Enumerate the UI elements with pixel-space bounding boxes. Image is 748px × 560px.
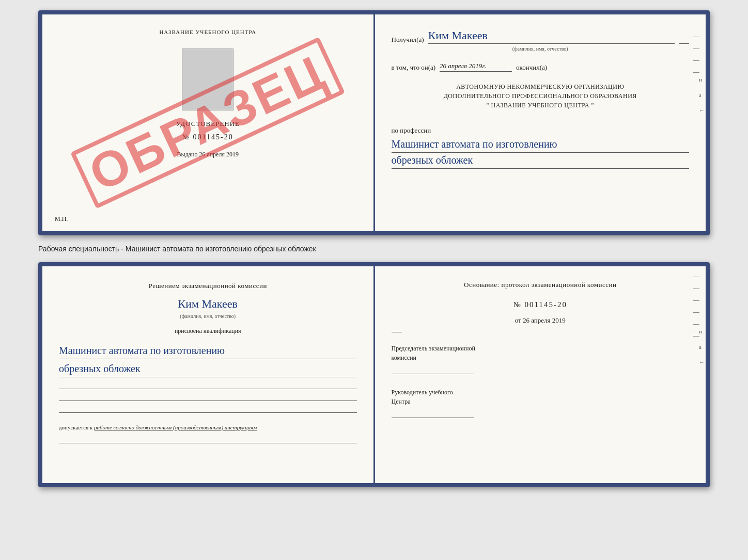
cert-title: УДОСТОВЕРЕНИЕ xyxy=(176,120,240,128)
chairman-line1: Председатель экзаменационной xyxy=(392,344,690,353)
chairman-signature-line xyxy=(392,374,474,374)
bottom-doc-left-page: Решением экзаменационной комиссии Ким Ма… xyxy=(42,266,375,483)
school-name-top: НАЗВАНИЕ УЧЕБНОГО ЦЕНТРА xyxy=(159,29,256,35)
bottom-left-content: Решением экзаменационной комиссии Ким Ма… xyxy=(59,281,357,443)
dash-3 xyxy=(693,49,699,49)
person-name-bottom: Ким Макеев xyxy=(178,297,238,312)
finished-label: окончил(а) xyxy=(516,63,547,72)
b-dash-5 xyxy=(693,324,699,325)
b-dash-2 xyxy=(693,289,699,289)
date-value: 26 апреля 2019г. xyxy=(440,62,512,72)
allowed-text: допускается к работе согласно должностны… xyxy=(59,423,357,432)
bottom-right-edge-labels: и а ← xyxy=(699,328,705,365)
blank-line-1 xyxy=(59,389,357,389)
issued-date-value: 26 апреля 2019 xyxy=(199,151,238,158)
b-dash-3 xyxy=(693,300,699,301)
specialty-label: Рабочая специальность - Машинист автомат… xyxy=(38,245,710,253)
allowed-prefix: допускается к xyxy=(59,424,92,430)
fio-caption-top: (фамилия, имя, отчество) xyxy=(392,46,690,52)
right-edge-labels: и а ← xyxy=(699,76,705,114)
bottom-document: Решением экзаменационной комиссии Ким Ма… xyxy=(38,262,710,487)
chairman-line2: комиссии xyxy=(392,353,690,362)
director-line2: Центра xyxy=(392,397,690,406)
director-signature-line xyxy=(392,418,474,418)
allowed-italic-text: работе согласно должностным (производств… xyxy=(94,424,257,430)
edge-label-arrow: ← xyxy=(699,107,705,114)
blank-line-3 xyxy=(59,412,357,413)
dash-1 xyxy=(693,25,699,25)
dash-5 xyxy=(693,72,699,73)
edge-label-a: а xyxy=(699,92,705,98)
person-block-bottom: Ким Макеев (фамилия, имя, отчество) xyxy=(59,297,357,319)
photo-placeholder xyxy=(182,49,233,110)
basis-title: Основание: протокол экзаменационной коми… xyxy=(392,281,690,289)
dash-top xyxy=(679,43,689,44)
recipient-name: Ким Макеев xyxy=(428,29,675,44)
fio-caption-bottom: (фамилия, имя, отчество) xyxy=(180,313,236,319)
top-doc-left-page: НАЗВАНИЕ УЧЕБНОГО ЦЕНТРА УДОСТОВЕРЕНИЕ №… xyxy=(42,14,375,231)
qualification-block: Машинист автомата по изготовлению обрезн… xyxy=(59,341,357,377)
mp-label: М.П. xyxy=(55,215,68,223)
top-document: НАЗВАНИЕ УЧЕБНОГО ЦЕНТРА УДОСТОВЕРЕНИЕ №… xyxy=(38,10,710,235)
b-edge-label-arrow: ← xyxy=(699,359,705,365)
b-edge-label-a: а xyxy=(699,344,705,350)
recipient-block: Получил(а) Ким Макеев (фамилия, имя, отч… xyxy=(392,29,690,52)
b-dash-1 xyxy=(693,277,699,277)
issued-label: Выдано xyxy=(177,151,198,158)
dash-4 xyxy=(693,60,699,61)
date-prefix: в том, что он(а) xyxy=(392,63,436,72)
director-line1: Руководитель учебного xyxy=(392,388,690,397)
qualification-label: присвоена квалификация xyxy=(59,327,357,335)
org-line2: ДОПОЛНИТЕЛЬНОГО ПРОФЕССИОНАЛЬНОГО ОБРАЗО… xyxy=(392,91,690,101)
protocol-number: № 001145-20 xyxy=(392,300,690,309)
edge-label-i: и xyxy=(699,76,705,83)
bottom-doc-right-page: Основание: протокол экзаменационной коми… xyxy=(375,266,706,483)
dash-2 xyxy=(693,37,699,37)
profession-block: по профессии Машинист автомата по изгото… xyxy=(392,122,690,169)
chairman-block: Председатель экзаменационной комиссии xyxy=(392,344,690,374)
profession-label: по профессии xyxy=(392,126,690,135)
org-line3: " НАЗВАНИЕ УЧЕБНОГО ЦЕНТРА " xyxy=(392,101,690,110)
date-right-dash xyxy=(392,332,402,332)
cert-number: № 001145-20 xyxy=(182,133,233,141)
blank-line-4 xyxy=(59,443,357,443)
recipient-row: Получил(а) Ким Макеев xyxy=(392,29,690,44)
qualification-line1: Машинист автомата по изготовлению xyxy=(59,343,357,359)
protocol-date-value: 26 апреля 2019 xyxy=(523,316,566,324)
director-block: Руководитель учебного Центра xyxy=(392,388,690,418)
profession-line1: Машинист автомата по изготовлению xyxy=(392,137,690,153)
profession-line2: обрезных обложек xyxy=(392,153,690,169)
commission-title: Решением экзаменационной комиссии xyxy=(59,281,357,291)
right-edge-dashes xyxy=(693,25,699,73)
b-dash-4 xyxy=(693,312,699,313)
date-dash-row xyxy=(392,332,690,332)
blank-line-2 xyxy=(59,401,357,401)
org-line1: АВТОНОМНУЮ НЕКОММЕРЧЕСКУЮ ОРГАНИЗАЦИЮ xyxy=(392,82,690,91)
b-edge-label-i: и xyxy=(699,328,705,334)
bottom-right-edge-dashes xyxy=(693,277,699,337)
org-block: АВТОНОМНУЮ НЕКОММЕРЧЕСКУЮ ОРГАНИЗАЦИЮ ДО… xyxy=(392,82,690,110)
protocol-date-prefix: от xyxy=(515,316,521,324)
qualification-line2: обрезных обложек xyxy=(59,361,357,377)
recipient-prefix: Получил(а) xyxy=(392,36,424,44)
top-doc-right-page: Получил(а) Ким Макеев (фамилия, имя, отч… xyxy=(375,14,706,231)
issued-date: Выдано 26 апреля 2019 xyxy=(177,151,239,158)
protocol-date: от 26 апреля 2019 xyxy=(392,316,690,325)
bottom-right-content: Основание: протокол экзаменационной коми… xyxy=(392,281,690,418)
date-row: в том, что он(а) 26 апреля 2019г. окончи… xyxy=(392,62,690,72)
